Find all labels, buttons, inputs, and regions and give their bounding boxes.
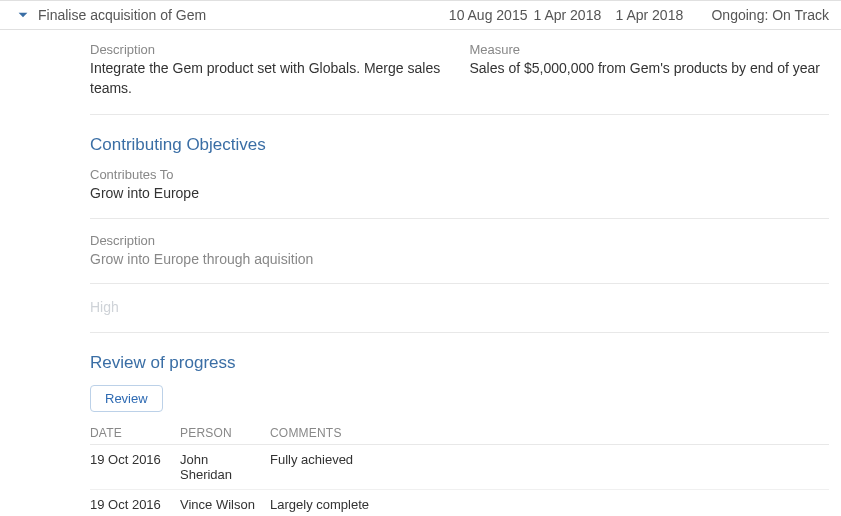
status-text: Ongoing: On Track bbox=[711, 7, 829, 23]
contributing-description-value: Grow into Europe through aquisition bbox=[90, 250, 829, 270]
priority-block: High bbox=[90, 298, 829, 333]
cell-date: 19 Oct 2016 bbox=[90, 489, 180, 516]
cell-comments: Largely complete bbox=[270, 489, 829, 516]
contributes-to-value: Grow into Europe bbox=[90, 184, 829, 204]
review-table: DATE PERSON COMMENTS 19 Oct 2016 John Sh… bbox=[90, 420, 829, 516]
review-progress-title: Review of progress bbox=[90, 353, 829, 373]
contributing-description-block: Description Grow into Europe through aqu… bbox=[90, 233, 829, 285]
table-row: 19 Oct 2016 John Sheridan Fully achieved bbox=[90, 444, 829, 489]
cell-person: John Sheridan bbox=[180, 444, 270, 489]
review-date: 1 Apr 2018 bbox=[615, 7, 691, 23]
measure-label: Measure bbox=[470, 42, 830, 57]
objective-header-row[interactable]: Finalise acquisition of Gem 10 Aug 2015 … bbox=[0, 0, 841, 30]
start-date: 10 Aug 2015 bbox=[449, 7, 528, 23]
contributes-to-block: Contributes To Grow into Europe bbox=[90, 167, 829, 219]
target-date: 1 Apr 2018 bbox=[533, 7, 609, 23]
col-header-date: DATE bbox=[90, 420, 180, 445]
col-header-person: PERSON bbox=[180, 420, 270, 445]
description-label: Description bbox=[90, 42, 450, 57]
cell-person: Vince Wilson bbox=[180, 489, 270, 516]
contributes-to-label: Contributes To bbox=[90, 167, 829, 182]
priority-value: High bbox=[90, 298, 829, 318]
col-header-comments: COMMENTS bbox=[270, 420, 829, 445]
table-row: 19 Oct 2016 Vince Wilson Largely complet… bbox=[90, 489, 829, 516]
contributing-objectives-title: Contributing Objectives bbox=[90, 135, 829, 155]
measure-value: Sales of $5,000,000 from Gem's products … bbox=[470, 59, 830, 79]
cell-date: 19 Oct 2016 bbox=[90, 444, 180, 489]
details-section: Description Integrate the Gem product se… bbox=[90, 42, 829, 115]
header-dates: 10 Aug 2015 1 Apr 2018 1 Apr 2018 bbox=[449, 7, 692, 23]
review-button[interactable]: Review bbox=[90, 385, 163, 412]
chevron-down-icon bbox=[16, 8, 30, 22]
cell-comments: Fully achieved bbox=[270, 444, 829, 489]
description-value: Integrate the Gem product set with Globa… bbox=[90, 59, 450, 98]
objective-title: Finalise acquisition of Gem bbox=[38, 7, 449, 23]
contributing-description-label: Description bbox=[90, 233, 829, 248]
